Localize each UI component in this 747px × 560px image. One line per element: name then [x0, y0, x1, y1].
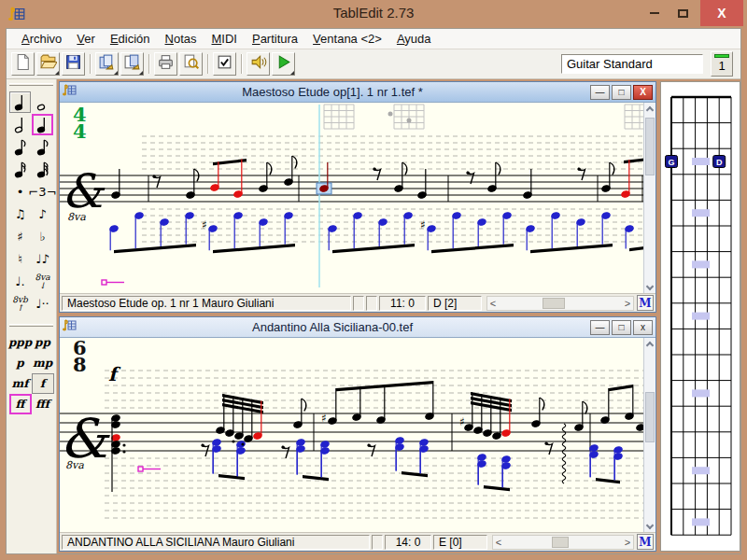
- palette-triplet[interactable]: ⌐3¬: [32, 181, 53, 203]
- palette-natural[interactable]: ♮: [9, 248, 31, 270]
- palette-half-note[interactable]: [9, 114, 31, 135]
- close-button[interactable]: X: [700, 0, 743, 26]
- toolbar-separator: [241, 54, 242, 74]
- menu-item-notas[interactable]: Notas: [158, 30, 204, 48]
- scroll-down-icon[interactable]: [644, 282, 655, 293]
- copy-special-icon: [98, 53, 116, 75]
- new-file-button[interactable]: [11, 52, 35, 76]
- document-close-button[interactable]: X: [633, 85, 653, 100]
- horizontal-scroll-thumb[interactable]: [552, 537, 569, 548]
- vertical-scroll-thumb[interactable]: [645, 118, 655, 175]
- dynamics-grip[interactable]: [9, 324, 53, 327]
- menu-item-archivo[interactable]: Archivo: [14, 30, 69, 48]
- document-2-titlebar[interactable]: Andantino Alla Siciliana-00.tef—□x: [60, 317, 655, 338]
- status-position: 14: 0: [385, 535, 431, 550]
- svg-text:♯: ♯: [420, 218, 426, 231]
- palette-whole-note[interactable]: [32, 91, 53, 113]
- scroll-down-icon[interactable]: [644, 521, 655, 532]
- vertical-scroll-thumb[interactable]: [645, 392, 655, 442]
- palette-tied-notes[interactable]: ♫: [9, 203, 31, 225]
- document-2-title: Andantino Alla Siciliana-00.tef: [77, 320, 588, 334]
- dynamic-p[interactable]: p: [9, 353, 32, 373]
- window-title: TablEdit 2.73: [0, 5, 747, 21]
- dynamic-fff[interactable]: fff: [32, 394, 54, 414]
- document-restore-button[interactable]: □: [612, 320, 631, 335]
- scroll-left-icon[interactable]: <: [493, 536, 504, 549]
- print-preview-button[interactable]: [179, 52, 203, 76]
- palette-double-dotted-note[interactable]: ♩··: [32, 293, 53, 315]
- document-status-bar: Maestoso Etude op. 1 nr 1 Mauro Giuliani…: [60, 293, 655, 312]
- midi-mode-button[interactable]: M: [637, 534, 654, 550]
- dynamic-mp[interactable]: mp: [32, 353, 54, 373]
- score-view[interactable]: &8va68f♯♯: [60, 338, 655, 532]
- status-spacer: [372, 535, 383, 550]
- dynamic-pp[interactable]: pp: [32, 332, 54, 353]
- menu-item-partitura[interactable]: Partitura: [245, 30, 305, 48]
- scroll-up-icon[interactable]: [644, 103, 655, 114]
- document-close-button[interactable]: x: [633, 320, 653, 335]
- instrument-input[interactable]: [561, 54, 703, 74]
- menu-item-ayuda[interactable]: Ayuda: [389, 30, 439, 48]
- palette-sharp[interactable]: ♯: [9, 226, 31, 247]
- status-chord: E [0]: [433, 535, 487, 550]
- palette-grace-note[interactable]: ♪: [32, 203, 53, 225]
- palette-quarter-note[interactable]: [9, 91, 31, 113]
- palette-octave-down-8va[interactable]: 8va↓: [32, 271, 53, 292]
- minimize-button[interactable]: [642, 0, 667, 26]
- palette-flat[interactable]: ♭: [32, 226, 53, 247]
- palette-octave-up-8vb[interactable]: 8vb↑: [9, 293, 31, 315]
- vertical-scrollbar[interactable]: [643, 338, 655, 532]
- horizontal-scrollbar[interactable]: <>: [486, 296, 634, 311]
- palette-quarter-note-entry[interactable]: [32, 114, 53, 135]
- palette-thirtysecond-note[interactable]: [32, 159, 53, 180]
- toolbar-separator: [207, 54, 208, 74]
- menu-item-midi[interactable]: MIDI: [204, 30, 245, 48]
- open-file-button[interactable]: [36, 52, 60, 76]
- scroll-up-icon[interactable]: [644, 338, 655, 349]
- save-file-button[interactable]: [62, 52, 85, 76]
- palette-eighth-note[interactable]: [9, 136, 31, 158]
- client-area: ArchivoVerEdiciónNotasMIDIPartituraVenta…: [6, 28, 741, 554]
- window-titlebar[interactable]: TablEdit 2.73 X: [0, 0, 747, 28]
- svg-text:♯: ♯: [321, 412, 327, 425]
- scroll-right-icon[interactable]: >: [622, 536, 633, 549]
- document-restore-button[interactable]: □: [612, 85, 631, 100]
- scroll-right-icon[interactable]: >: [622, 297, 633, 310]
- play-button[interactable]: [272, 52, 295, 76]
- menu-item-ver[interactable]: Ver: [69, 30, 103, 48]
- print-button[interactable]: [154, 52, 177, 76]
- dynamic-ff[interactable]: ff: [9, 394, 32, 414]
- dynamic-f[interactable]: f: [32, 373, 54, 394]
- palette-grip[interactable]: [9, 83, 53, 86]
- scroll-left-icon[interactable]: <: [487, 297, 499, 310]
- menu-item-edici-n[interactable]: Edición: [103, 30, 158, 48]
- status-position: 11: 0: [379, 296, 426, 311]
- midi-mode-button[interactable]: M: [637, 295, 654, 311]
- document-window-2: Andantino Alla Siciliana-00.tef—□x&8va68…: [59, 316, 656, 552]
- dynamic-mf[interactable]: mf: [9, 373, 32, 394]
- palette-eighth-note-beamed[interactable]: [32, 136, 53, 158]
- status-spacer: [353, 296, 364, 311]
- document-1-titlebar[interactable]: Maestoso Etude op[1]. 1 nr 1.tef *—□X: [60, 82, 655, 103]
- toolbar-separator: [90, 54, 91, 74]
- palette-staccato-note[interactable]: ♩.: [9, 271, 31, 292]
- paste-special-button[interactable]: [120, 52, 144, 76]
- horizontal-scrollbar[interactable]: <>: [492, 535, 634, 550]
- palette-sixteenth-note[interactable]: [9, 159, 31, 180]
- midi-sound-icon: [249, 53, 267, 75]
- module-button[interactable]: 1: [711, 51, 733, 77]
- print-preview-icon: [182, 53, 200, 75]
- copy-special-button[interactable]: [95, 52, 119, 76]
- document-minimize-button[interactable]: —: [590, 320, 610, 335]
- menu-item-ventana-2[interactable]: Ventana <2>: [305, 30, 389, 48]
- status-info: Maestoso Etude op. 1 nr 1 Mauro Giuliani: [62, 296, 351, 311]
- vertical-scrollbar[interactable]: [643, 103, 655, 293]
- palette-note-pair[interactable]: ♩♪: [32, 248, 53, 270]
- score-view[interactable]: &8va44♯♯: [60, 103, 655, 293]
- horizontal-scroll-thumb[interactable]: [543, 298, 564, 309]
- maximize-button[interactable]: [670, 0, 695, 26]
- dynamic-ppp[interactable]: ppp: [9, 332, 32, 353]
- midi-sound-button[interactable]: [247, 52, 270, 76]
- options-checkbox-button[interactable]: [213, 52, 236, 76]
- document-minimize-button[interactable]: —: [590, 85, 610, 100]
